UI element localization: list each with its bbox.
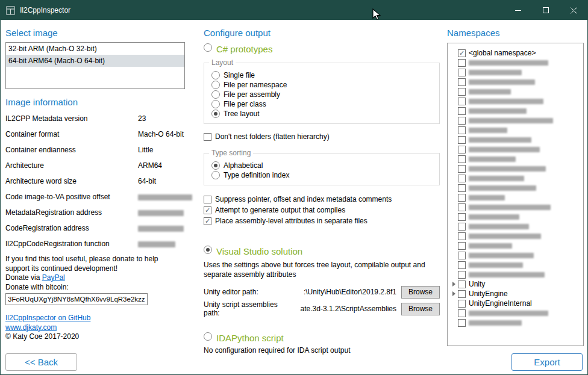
namespace-item[interactable]: [450, 202, 582, 212]
image-list-item[interactable]: 32-bit ARM (Mach-O 32-bit): [6, 43, 184, 55]
links-block: Il2CppInspector on GitHub www.djkaty.com…: [5, 314, 185, 342]
namespace-item[interactable]: [450, 193, 582, 202]
namespace-item[interactable]: [450, 250, 582, 260]
radio-option-label: Tree layout: [224, 110, 260, 118]
website-link[interactable]: www.djkaty.com: [5, 323, 57, 332]
namespace-item[interactable]: [450, 308, 582, 318]
namespace-item[interactable]: UnityEngine: [450, 289, 582, 299]
path-field-row: Unity script assemblies path:ate.3d-3.1.…: [204, 302, 440, 315]
namespace-item[interactable]: Unity: [450, 279, 582, 289]
redacted-label: [469, 108, 527, 114]
radio-icon: [204, 246, 212, 254]
redacted-value: [138, 241, 175, 247]
expander-icon[interactable]: [450, 291, 458, 296]
radio-option[interactable]: File per assembly: [211, 90, 433, 99]
paypal-link[interactable]: PayPal: [42, 273, 65, 282]
radio-option[interactable]: Tree layout: [211, 109, 433, 119]
browse-button[interactable]: Browse: [401, 303, 440, 315]
namespace-item[interactable]: [450, 96, 582, 106]
radio-option-label: File per namespace: [224, 81, 287, 89]
radio-option-label: Alphabetical: [224, 161, 263, 170]
path-label: Unity script assemblies path:: [204, 300, 295, 317]
namespace-item[interactable]: [450, 58, 582, 67]
idapython-radio[interactable]: IDAPython script: [204, 332, 440, 343]
namespace-item[interactable]: [450, 241, 582, 250]
redacted-label: [469, 89, 511, 95]
checkbox-icon: [458, 242, 466, 250]
radio-option[interactable]: Type definition index: [211, 170, 433, 180]
checkbox-icon: [458, 252, 466, 259]
donate-paypal-line: Donate via PayPal: [5, 273, 185, 283]
namespace-item[interactable]: [450, 164, 582, 173]
checkbox-label: Don't nest folders (flatten hierarchy): [215, 131, 330, 142]
namespace-item[interactable]: UnityEngineInternal: [450, 299, 582, 308]
minimize-button[interactable]: [504, 1, 532, 20]
github-link[interactable]: Il2CppInspector on GitHub: [5, 314, 90, 322]
path-value[interactable]: :\Unity\Hub\Editor\2019.2.8f1: [295, 288, 401, 296]
checkbox-icon: ✓: [458, 49, 466, 57]
radio-option-label: File per class: [224, 100, 266, 108]
namespace-item[interactable]: [450, 318, 582, 327]
namespace-item[interactable]: ✓<global namespace>: [450, 48, 582, 58]
namespace-item[interactable]: [450, 125, 582, 135]
namespace-item[interactable]: [450, 67, 582, 77]
info-value: [138, 239, 192, 249]
flatten-checkbox-slot: Don't nest folders (flatten hierarchy): [204, 131, 440, 142]
checkbox-option[interactable]: ✓Place assembly-level attributes in sepa…: [204, 215, 440, 226]
vs-path-fields: Unity editor path::\Unity\Hub\Editor\201…: [204, 285, 440, 315]
checkbox-icon: [458, 136, 466, 144]
bitcoin-address-input[interactable]: [5, 293, 148, 305]
configure-output-panel: Configure output C# prototypes Layout Si…: [204, 20, 440, 355]
back-button[interactable]: << Back: [5, 353, 77, 371]
export-button[interactable]: Export: [511, 353, 583, 371]
maximize-button[interactable]: [532, 1, 560, 20]
namespace-item[interactable]: [450, 173, 582, 183]
radio-option[interactable]: File per class: [211, 99, 433, 109]
namespace-item[interactable]: [450, 260, 582, 270]
namespace-item[interactable]: [450, 183, 582, 193]
namespaces-list[interactable]: ✓<global namespace>UnityUnityEngineUnity…: [447, 43, 584, 346]
namespace-item[interactable]: [450, 222, 582, 231]
namespaces-panel: Namespaces ✓<global namespace>UnityUnity…: [447, 20, 584, 346]
namespace-item[interactable]: [450, 106, 582, 116]
browse-button[interactable]: Browse: [401, 286, 440, 299]
image-information-heading: Image information: [5, 97, 185, 107]
namespace-item[interactable]: [450, 212, 582, 222]
checkbox-option[interactable]: ✓Attempt to generate output that compile…: [204, 205, 440, 215]
redacted-label: [469, 253, 534, 258]
radio-icon: [211, 71, 220, 79]
namespace-item[interactable]: [450, 231, 582, 241]
left-panel: Select image 32-bit ARM (Mach-O 32-bit)6…: [5, 20, 185, 342]
redacted-label: [469, 262, 523, 268]
namespace-item[interactable]: [450, 270, 582, 279]
radio-icon: [211, 110, 220, 118]
checkbox-icon: [458, 223, 466, 231]
redacted-value: [138, 226, 184, 232]
redacted-label: [469, 195, 505, 200]
namespace-item[interactable]: [450, 77, 582, 87]
namespace-item[interactable]: [450, 154, 582, 164]
image-list-item[interactable]: 64-bit ARM64 (Mach-O 64-bit): [6, 55, 184, 67]
visual-studio-radio[interactable]: Visual Studio solution: [204, 246, 440, 256]
namespace-item[interactable]: [450, 135, 582, 144]
window-controls: [504, 1, 587, 20]
namespace-item[interactable]: [450, 144, 582, 154]
csharp-prototypes-radio[interactable]: C# prototypes: [204, 43, 440, 54]
radio-option[interactable]: Single file: [211, 70, 433, 80]
info-value: Mach-O 64-bit: [138, 129, 192, 139]
checkbox-icon: [458, 175, 466, 182]
checkbox-option[interactable]: Don't nest folders (flatten hierarchy): [204, 131, 440, 142]
redacted-label: [469, 243, 512, 249]
namespace-item[interactable]: [450, 116, 582, 125]
checkbox-option[interactable]: Suppress pointer, offset and index metad…: [204, 194, 440, 205]
radio-option[interactable]: Alphabetical: [211, 161, 433, 170]
checkbox-icon: [458, 78, 466, 86]
namespace-item[interactable]: [450, 87, 582, 96]
expander-icon[interactable]: [450, 282, 458, 287]
radio-option[interactable]: File per namespace: [211, 80, 433, 90]
path-value[interactable]: ate.3d-3.1.2\ScriptAssemblies: [295, 305, 401, 313]
close-button[interactable]: [560, 1, 587, 20]
radio-icon: [211, 171, 220, 179]
checkbox-icon: [458, 309, 466, 317]
image-listbox[interactable]: 32-bit ARM (Mach-O 32-bit)64-bit ARM64 (…: [5, 42, 185, 89]
